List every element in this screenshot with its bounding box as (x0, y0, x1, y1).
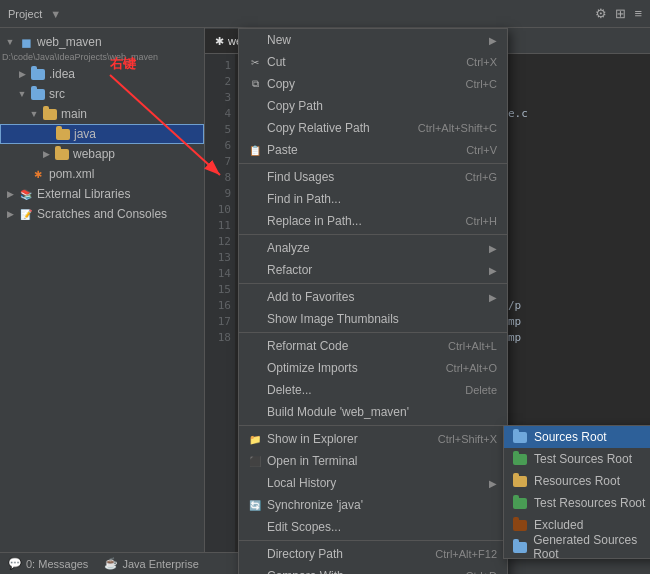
menu-label: Local History (267, 476, 336, 490)
menu-item-refactor[interactable]: Refactor ▶ (239, 259, 507, 281)
menu-item-show-thumbnails[interactable]: Show Image Thumbnails (239, 308, 507, 330)
menu-label: Cut (267, 55, 286, 69)
menu-sep (239, 283, 507, 284)
submenu-item-resources-root[interactable]: Resources Root (504, 470, 650, 492)
sidebar-item-scratches[interactable]: ▶ 📝 Scratches and Consoles (0, 204, 204, 224)
menu-item-build-module[interactable]: Build Module 'web_maven' (239, 401, 507, 423)
menu-item-new[interactable]: New ▶ (239, 29, 507, 51)
menu-item-compare-with[interactable]: Compare With... Ctrl+D (239, 565, 507, 574)
sidebar-item-web-maven[interactable]: ▼ ◼ web_maven (0, 32, 204, 52)
folder-src-icon (30, 86, 46, 102)
menu-item-local-history[interactable]: Local History ▶ (239, 472, 507, 494)
menu-item-left: Refactor (267, 263, 312, 277)
sidebar-item-main[interactable]: ▼ main (0, 104, 204, 124)
menu-item-left: Directory Path (267, 547, 343, 561)
menu-icon[interactable]: ≡ (634, 6, 642, 21)
menu-label: Analyze (267, 241, 310, 255)
sidebar-item-java[interactable]: java (0, 124, 204, 144)
bottom-item-messages[interactable]: 💬 0: Messages (8, 557, 88, 570)
title-bar-left: Project ▼ (8, 8, 63, 20)
menu-label: Copy Path (267, 99, 323, 113)
shortcut-label: Ctrl+Alt+Shift+C (418, 122, 497, 134)
folder-icon (54, 146, 70, 162)
tree-label: webapp (73, 147, 115, 161)
menu-label: Reformat Code (267, 339, 348, 353)
bottom-item-java-enterprise[interactable]: ☕ Java Enterprise (104, 557, 198, 570)
menu-item-reformat[interactable]: Reformat Code Ctrl+Alt+L (239, 335, 507, 357)
submenu-label: Test Resources Root (534, 496, 645, 510)
menu-item-left: Local History (267, 476, 336, 490)
submenu-label: Generated Sources Root (533, 533, 650, 561)
menu-item-cut[interactable]: ✂ Cut Ctrl+X (239, 51, 507, 73)
arrow-icon: ▼ (28, 108, 40, 120)
terminal-icon: ⬛ (247, 453, 263, 469)
menu-item-left: Reformat Code (267, 339, 348, 353)
menu-item-copy[interactable]: ⧉ Copy Ctrl+C (239, 73, 507, 95)
arrow-icon: ▶ (16, 68, 28, 80)
sidebar-item-src[interactable]: ▼ src (0, 84, 204, 104)
menu-item-replace-in-path[interactable]: Replace in Path... Ctrl+H (239, 210, 507, 232)
menu-label: Show Image Thumbnails (267, 312, 399, 326)
line-numbers: 12345 678910 1112131415 161718 (205, 54, 235, 574)
menu-item-paste[interactable]: 📋 Paste Ctrl+V (239, 139, 507, 161)
menu-item-left: Add to Favorites (267, 290, 354, 304)
menu-item-show-explorer[interactable]: 📁 Show in Explorer Ctrl+Shift+X (239, 428, 507, 450)
menu-item-copy-path[interactable]: Copy Path (239, 95, 507, 117)
mark-directory-submenu: Sources Root Test Sources Root Resources… (503, 425, 650, 559)
sidebar-item-idea[interactable]: ▶ .idea (0, 64, 204, 84)
menu-item-delete[interactable]: Delete... Delete (239, 379, 507, 401)
tab-icon: ✱ (215, 35, 224, 48)
submenu-arrow-icon: ▶ (489, 265, 497, 276)
menu-sep (239, 163, 507, 164)
submenu-item-test-sources-root[interactable]: Test Sources Root (504, 448, 650, 470)
arrow-icon (41, 128, 53, 140)
menu-item-left: Delete... (267, 383, 312, 397)
menu-item-left: Find Usages (267, 170, 334, 184)
tree-label: src (49, 87, 65, 101)
menu-item-add-favorites[interactable]: Add to Favorites ▶ (239, 286, 507, 308)
submenu-item-test-resources-root[interactable]: Test Resources Root (504, 492, 650, 514)
menu-label: Compare With... (267, 569, 354, 574)
sidebar-tree: ▼ ◼ web_maven D:\code\Java\IdeaProjects\… (0, 28, 204, 228)
sidebar-item-webapp[interactable]: ▶ webapp (0, 144, 204, 164)
menu-item-find-usages[interactable]: Find Usages Ctrl+G (239, 166, 507, 188)
submenu-label: Excluded (534, 518, 583, 532)
tree-label: External Libraries (37, 187, 130, 201)
settings-icon[interactable]: ⚙ (595, 6, 607, 21)
menu-item-find-in-path[interactable]: Find in Path... (239, 188, 507, 210)
project-label: Project (8, 8, 42, 20)
title-bar: Project ▼ ⚙ ⊞ ≡ (0, 0, 650, 28)
shortcut-label: Ctrl+Alt+O (446, 362, 497, 374)
java-icon: ☕ (104, 557, 118, 570)
menu-item-directory-path[interactable]: Directory Path Ctrl+Alt+F12 (239, 543, 507, 565)
menu-item-left: Show in Explorer (267, 432, 358, 446)
shortcut-label: Ctrl+Alt+L (448, 340, 497, 352)
submenu-item-generated-sources-root[interactable]: Generated Sources Root (504, 536, 650, 558)
project-path: D:\code\Java\IdeaProjects\web_maven (0, 52, 204, 64)
excluded-icon (512, 517, 528, 533)
menu-label: Find in Path... (267, 192, 341, 206)
lib-icon: 📚 (18, 186, 34, 202)
menu-item-edit-scopes[interactable]: Edit Scopes... (239, 516, 507, 538)
menu-item-synchronize[interactable]: 🔄 Synchronize 'java' (239, 494, 507, 516)
sidebar-item-ext-lib[interactable]: ▶ 📚 External Libraries (0, 184, 204, 204)
menu-item-analyze[interactable]: Analyze ▶ (239, 237, 507, 259)
messages-label: 0: Messages (26, 558, 88, 570)
menu-item-copy-rel-path[interactable]: Copy Relative Path Ctrl+Alt+Shift+C (239, 117, 507, 139)
sidebar-item-pom[interactable]: ✱ pom.xml (0, 164, 204, 184)
menu-label: Find Usages (267, 170, 334, 184)
menu-item-open-terminal[interactable]: ⬛ Open in Terminal (239, 450, 507, 472)
expand-icon[interactable]: ⊞ (615, 6, 626, 21)
arrow-icon: ▼ (16, 88, 28, 100)
tree-label: .idea (49, 67, 75, 81)
generated-sources-root-icon (512, 539, 527, 555)
submenu-item-sources-root[interactable]: Sources Root (504, 426, 650, 448)
folder-icon (30, 66, 46, 82)
menu-label: Open in Terminal (267, 454, 358, 468)
submenu-arrow-icon: ▶ (489, 292, 497, 303)
menu-item-left: Optimize Imports (267, 361, 358, 375)
submenu-arrow-icon: ▶ (489, 478, 497, 489)
sync-icon: 🔄 (247, 497, 263, 513)
menu-item-optimize-imports[interactable]: Optimize Imports Ctrl+Alt+O (239, 357, 507, 379)
title-sep: ▼ (50, 8, 61, 20)
